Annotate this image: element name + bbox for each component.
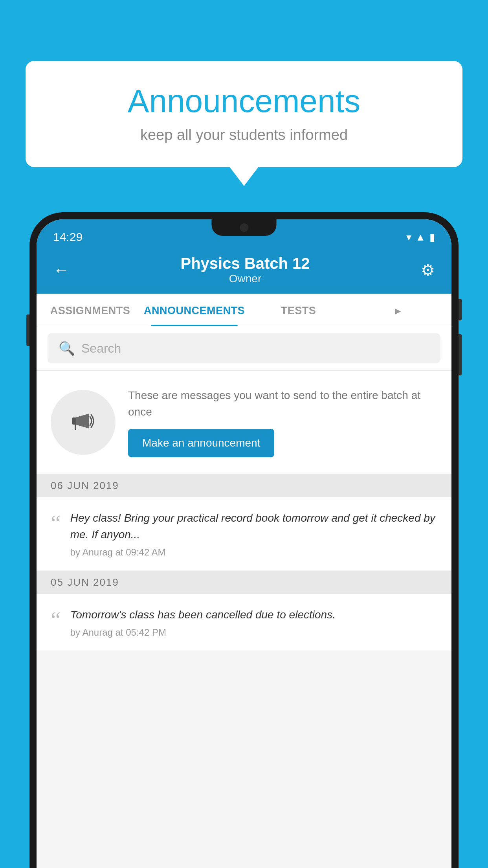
- main-content: 🔍 Search: [37, 326, 451, 868]
- announcement-text-2: Tomorrow's class has been cancelled due …: [70, 607, 437, 638]
- search-icon: 🔍: [59, 340, 75, 356]
- tab-bar: ASSIGNMENTS ANNOUNCEMENTS TESTS ▸: [37, 294, 451, 326]
- battery-icon: ▮: [429, 231, 435, 243]
- announcement-message-2: Tomorrow's class has been cancelled due …: [70, 607, 437, 623]
- signal-icon: ▲: [415, 231, 426, 243]
- phone-camera: [240, 223, 248, 232]
- speech-bubble-card: Announcements keep all your students inf…: [26, 61, 462, 167]
- status-time: 14:29: [53, 230, 83, 244]
- prompt-content: These are messages you want to send to t…: [128, 387, 437, 457]
- prompt-description: These are messages you want to send to t…: [128, 387, 437, 420]
- tab-more[interactable]: ▸: [348, 294, 448, 326]
- app-bar-title-group: Physics Batch 12 Owner: [70, 255, 421, 285]
- prompt-card: These are messages you want to send to t…: [37, 371, 451, 474]
- announcement-item-1[interactable]: “ Hey class! Bring your practical record…: [37, 497, 451, 571]
- date-divider-2: 05 JUN 2019: [37, 571, 451, 594]
- phone-screen: 14:29 ▾ ▲ ▮ ← Physics Batch 12 Owner ⚙: [37, 219, 451, 868]
- phone-side-button-right-2: [459, 334, 462, 375]
- quote-icon-2: “: [51, 608, 61, 631]
- app-bar: ← Physics Batch 12 Owner ⚙: [37, 248, 451, 294]
- announcement-item-2[interactable]: “ Tomorrow's class has been cancelled du…: [37, 594, 451, 651]
- tab-assignments[interactable]: ASSIGNMENTS: [40, 294, 140, 326]
- date-divider-1: 06 JUN 2019: [37, 474, 451, 497]
- speech-bubble-section: Announcements keep all your students inf…: [26, 61, 462, 167]
- search-container: 🔍 Search: [37, 326, 451, 371]
- app-bar-subtitle: Owner: [70, 272, 421, 285]
- phone-side-button-right-1: [459, 299, 462, 320]
- announcement-message-1: Hey class! Bring your practical record b…: [70, 510, 437, 543]
- megaphone-icon: [68, 406, 99, 439]
- svg-rect-0: [72, 417, 76, 425]
- bubble-subtitle: keep all your students informed: [49, 127, 439, 143]
- search-input[interactable]: Search: [81, 341, 121, 356]
- app-bar-title: Physics Batch 12: [70, 255, 421, 272]
- bubble-title: Announcements: [49, 83, 439, 120]
- announcement-meta-2: by Anurag at 05:42 PM: [70, 627, 437, 638]
- wifi-icon: ▾: [406, 231, 411, 243]
- back-button[interactable]: ←: [53, 261, 70, 280]
- phone-body: 14:29 ▾ ▲ ▮ ← Physics Batch 12 Owner ⚙: [29, 212, 459, 868]
- prompt-icon-circle: [51, 390, 116, 455]
- settings-icon[interactable]: ⚙: [421, 261, 435, 279]
- phone-notch: [212, 219, 277, 236]
- phone-side-button-left: [26, 314, 29, 346]
- quote-icon-1: “: [51, 511, 61, 534]
- announcement-meta-1: by Anurag at 09:42 AM: [70, 547, 437, 558]
- announcement-text-1: Hey class! Bring your practical record b…: [70, 510, 437, 558]
- phone-mockup: 14:29 ▾ ▲ ▮ ← Physics Batch 12 Owner ⚙: [29, 212, 459, 868]
- make-announcement-button[interactable]: Make an announcement: [128, 429, 274, 457]
- status-icons: ▾ ▲ ▮: [406, 231, 435, 243]
- search-box[interactable]: 🔍 Search: [48, 333, 440, 363]
- tab-tests[interactable]: TESTS: [249, 294, 348, 326]
- tab-announcements[interactable]: ANNOUNCEMENTS: [140, 294, 249, 326]
